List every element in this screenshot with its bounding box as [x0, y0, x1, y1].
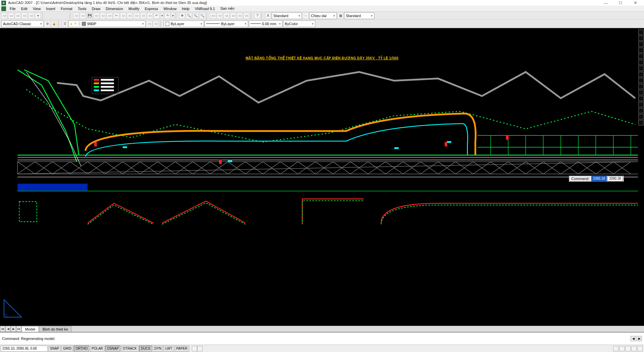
minimize-button[interactable]: —: [598, 0, 613, 6]
redo-icon[interactable]: ↷: [164, 13, 170, 19]
save-icon[interactable]: ▭: [15, 13, 21, 19]
rpal-icon[interactable]: [638, 36, 644, 41]
markup-icon[interactable]: ▭: [237, 13, 243, 19]
dynamic-input-y[interactable]: 2090.36: [607, 176, 623, 181]
save2-icon[interactable]: 💾: [87, 13, 93, 19]
rpal-icon[interactable]: [638, 96, 644, 101]
status-model-icon[interactable]: [192, 346, 197, 351]
zoom-rt-icon[interactable]: 🔍: [186, 13, 192, 19]
rpal-icon[interactable]: [638, 78, 644, 83]
rpal-icon[interactable]: [638, 84, 644, 89]
menu-vnroad[interactable]: VNRoad 9.1: [193, 6, 217, 11]
ws-settings-icon[interactable]: ⚙: [44, 21, 50, 27]
menu-file[interactable]: File: [7, 6, 18, 11]
help-icon[interactable]: ?: [254, 13, 260, 19]
publish-icon[interactable]: ▭: [107, 13, 113, 19]
status-ducs[interactable]: DUCS: [139, 346, 152, 352]
linetype-dropdown[interactable]: ByLayer▾: [205, 20, 248, 27]
tab-next-icon[interactable]: ▶: [11, 326, 16, 332]
plotstyle-dropdown[interactable]: ByColor▾: [283, 20, 315, 27]
menu-insert[interactable]: Insert: [44, 6, 58, 11]
saveall-icon[interactable]: ▭: [28, 13, 34, 19]
maximize-button[interactable]: ☐: [613, 0, 628, 6]
menu-format[interactable]: Format: [58, 6, 75, 11]
tab-model[interactable]: Model: [21, 326, 39, 332]
zoom-win-icon[interactable]: 🔍: [193, 13, 199, 19]
rpal-icon[interactable]: [638, 66, 644, 71]
match-icon[interactable]: ▭: [133, 13, 140, 19]
status-polar[interactable]: POLAR: [90, 346, 105, 352]
cmd-scroll-right-icon[interactable]: ▶: [637, 336, 642, 341]
props-icon[interactable]: ▭: [210, 13, 216, 19]
status-comm-icon[interactable]: [613, 346, 619, 351]
menu-view[interactable]: View: [31, 6, 43, 11]
status-lwt[interactable]: LWT: [164, 346, 174, 352]
close-button[interactable]: ✕: [628, 0, 643, 6]
ssm-icon[interactable]: ▭: [230, 13, 236, 19]
color-dropdown[interactable]: ByLayer▾: [164, 20, 204, 27]
dimstyle-icon[interactable]: ↔: [303, 13, 309, 19]
rpal-icon[interactable]: [638, 114, 644, 119]
open-icon[interactable]: ▭: [8, 13, 14, 19]
rpal-icon[interactable]: [638, 42, 644, 47]
rpal-icon[interactable]: [638, 30, 644, 35]
text-style-dropdown[interactable]: Standard▾: [272, 12, 302, 19]
tab-last-icon[interactable]: ⏭: [16, 326, 21, 332]
undo-dd-icon[interactable]: ▾: [160, 13, 164, 19]
command-line[interactable]: Command: Regenerating model. ◀ ▶: [0, 332, 644, 345]
tab-first-icon[interactable]: ⏮: [0, 326, 5, 332]
status-clean-icon[interactable]: [631, 346, 637, 351]
menu-draw[interactable]: Draw: [89, 6, 103, 11]
dcenter-icon[interactable]: ▭: [217, 13, 223, 19]
redo-dd-icon[interactable]: ▾: [171, 13, 174, 19]
brush-icon[interactable]: ▭: [147, 13, 153, 19]
tablestyle-icon[interactable]: ▦: [337, 13, 343, 19]
rpal-icon[interactable]: [638, 60, 644, 65]
saveas-icon[interactable]: ▭: [21, 13, 28, 19]
table-style-dropdown[interactable]: Standard▾: [344, 12, 374, 19]
status-otrack[interactable]: OTRACK: [121, 346, 139, 352]
cmd-scroll-left-icon[interactable]: ◀: [631, 336, 636, 341]
layer-mgr-icon[interactable]: ☰: [62, 21, 68, 27]
status-grid[interactable]: GRID: [61, 346, 73, 352]
layer-state-icon[interactable]: ▭: [153, 21, 159, 27]
status-tray-icon[interactable]: [625, 346, 631, 351]
preview-icon[interactable]: ▭: [100, 13, 106, 19]
rpal-icon[interactable]: [638, 120, 644, 125]
new-icon[interactable]: ▭: [1, 13, 7, 19]
rpal-icon[interactable]: [638, 90, 644, 95]
menu-sannen[interactable]: San nền: [218, 6, 237, 11]
status-layout-icon[interactable]: [197, 346, 203, 351]
menu-tools[interactable]: Tools: [75, 6, 89, 11]
layer-dropdown[interactable]: ● ☀ ▯ 98ĐP ▾: [68, 20, 146, 27]
paste-icon[interactable]: ▭: [127, 13, 133, 19]
menu-window[interactable]: Window: [161, 6, 179, 11]
dim-style-dropdown[interactable]: Chieu dai▾: [309, 12, 337, 19]
status-paper[interactable]: PAPER: [175, 346, 189, 352]
rpal-icon[interactable]: [638, 48, 644, 53]
status-ortho[interactable]: ORTHO: [74, 346, 89, 352]
zoom-prev-icon[interactable]: 🔍: [199, 13, 205, 19]
dynamic-input-x[interactable]: 2265.10: [591, 176, 607, 181]
plot-icon[interactable]: ▭: [93, 13, 99, 19]
layer-prev-icon[interactable]: ▭: [146, 21, 152, 27]
workspace-dropdown[interactable]: AutoCAD Classic▾: [1, 20, 44, 27]
cut-icon[interactable]: ✂: [113, 13, 119, 19]
rpal-icon[interactable]: [638, 54, 644, 59]
textstyle-icon[interactable]: A: [265, 13, 271, 19]
tab-layout1[interactable]: Binh do thiet ke: [39, 326, 72, 332]
block-icon[interactable]: ▭: [140, 13, 146, 19]
lineweight-dropdown[interactable]: 0.00 mm▾: [249, 20, 282, 27]
drawing-canvas[interactable]: MẶT BẰNG TỔNG THỂ THIẾT KẾ HẠNG MỤC CẤP …: [0, 28, 644, 332]
coordinate-display[interactable]: 2265.10, 2090.36, 0.00: [1, 346, 48, 352]
tab-prev-icon[interactable]: ◀: [5, 326, 11, 332]
open2-icon[interactable]: ▭: [80, 13, 86, 19]
rpal-icon[interactable]: [638, 72, 644, 77]
menu-modify[interactable]: Modify: [126, 6, 142, 11]
menu-edit[interactable]: Edit: [19, 6, 30, 11]
print-icon[interactable]: ▾: [35, 13, 41, 19]
undo-icon[interactable]: ↶: [154, 13, 160, 19]
status-osnap[interactable]: OSNAP: [105, 346, 120, 352]
ws-lock-icon[interactable]: 🔒: [51, 21, 57, 27]
qnew-icon[interactable]: ▭: [73, 13, 79, 19]
